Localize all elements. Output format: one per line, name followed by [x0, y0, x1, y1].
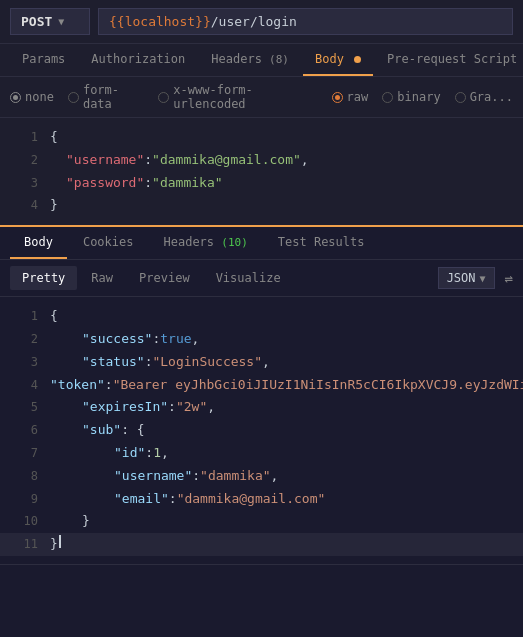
json-format-label: JSON — [447, 271, 476, 285]
resp-line-5: 5 "expiresIn": "2w", — [0, 396, 523, 419]
req-line-4: 4 } — [0, 194, 523, 217]
resp-line-10: 10 } — [0, 510, 523, 533]
resp-tab-body[interactable]: Body — [10, 227, 67, 259]
option-binary[interactable]: binary — [382, 90, 440, 104]
resp-line-7: 7 "id": 1, — [0, 442, 523, 465]
resp-line-9: 9 "email": "dammika@gmail.com" — [0, 488, 523, 511]
view-raw[interactable]: Raw — [79, 266, 125, 290]
resp-line-4: 4 "token": "Bearer eyJhbGci0iJIUzI1NiIsI… — [0, 374, 523, 397]
req-line-3: 3 "password":"dammika" — [0, 172, 523, 195]
method-chevron: ▼ — [58, 16, 64, 27]
view-preview[interactable]: Preview — [127, 266, 202, 290]
tab-headers[interactable]: Headers (8) — [199, 44, 301, 76]
method-label: POST — [21, 14, 52, 29]
resp-line-3: 3 "status": "LoginSuccess", — [0, 351, 523, 374]
request-body-editor[interactable]: 1 { 2 "username":"dammika@gmail.com", 3 … — [0, 118, 523, 227]
bottom-bar — [0, 564, 523, 594]
response-tabs: Body Cookies Headers (10) Test Results — [0, 227, 523, 260]
body-options-row: none form-data x-www-form-urlencoded raw… — [0, 77, 523, 118]
request-tabs: Params Authorization Headers (8) Body Pr… — [0, 44, 523, 77]
format-icon[interactable]: ⇌ — [505, 270, 513, 286]
viewer-toolbar: Pretty Raw Preview Visualize JSON ▼ ⇌ — [0, 260, 523, 297]
radio-urlencoded — [158, 92, 169, 103]
view-pretty[interactable]: Pretty — [10, 266, 77, 290]
option-urlencoded[interactable]: x-www-form-urlencoded — [158, 83, 317, 111]
option-form-data[interactable]: form-data — [68, 83, 144, 111]
radio-binary — [382, 92, 393, 103]
tab-pre-request[interactable]: Pre-request Script — [375, 44, 523, 76]
resp-line-8: 8 "username": "dammika", — [0, 465, 523, 488]
radio-graphql — [455, 92, 466, 103]
url-suffix: /user/login — [211, 14, 297, 29]
tab-authorization[interactable]: Authorization — [79, 44, 197, 76]
option-none[interactable]: none — [10, 90, 54, 104]
url-prefix: {{localhost}} — [109, 14, 211, 29]
req-line-1: 1 { — [0, 126, 523, 149]
resp-tab-cookies[interactable]: Cookies — [69, 227, 148, 259]
resp-line-1: 1 { — [0, 305, 523, 328]
tab-body[interactable]: Body — [303, 44, 373, 76]
method-select[interactable]: POST ▼ — [10, 8, 90, 35]
url-input[interactable]: {{localhost}}/user/login — [98, 8, 513, 35]
resp-line-11: 11 } — [0, 533, 523, 556]
resp-tab-headers[interactable]: Headers (10) — [149, 227, 261, 259]
req-line-2: 2 "username":"dammika@gmail.com", — [0, 149, 523, 172]
resp-line-2: 2 "success": true, — [0, 328, 523, 351]
cursor — [59, 535, 61, 548]
json-format-selector[interactable]: JSON ▼ — [438, 267, 495, 289]
tab-params[interactable]: Params — [10, 44, 77, 76]
view-visualize[interactable]: Visualize — [204, 266, 293, 290]
option-graphql[interactable]: Gra... — [455, 90, 513, 104]
resp-tab-test-results[interactable]: Test Results — [264, 227, 379, 259]
response-json-viewer[interactable]: 1 { 2 "success": true, 3 "status": "Logi… — [0, 297, 523, 564]
radio-none — [10, 92, 21, 103]
radio-form-data — [68, 92, 79, 103]
option-raw[interactable]: raw — [332, 90, 369, 104]
resp-line-6: 6 "sub": { — [0, 419, 523, 442]
radio-raw — [332, 92, 343, 103]
url-bar: POST ▼ {{localhost}}/user/login — [0, 0, 523, 44]
json-chevron-icon: ▼ — [480, 273, 486, 284]
